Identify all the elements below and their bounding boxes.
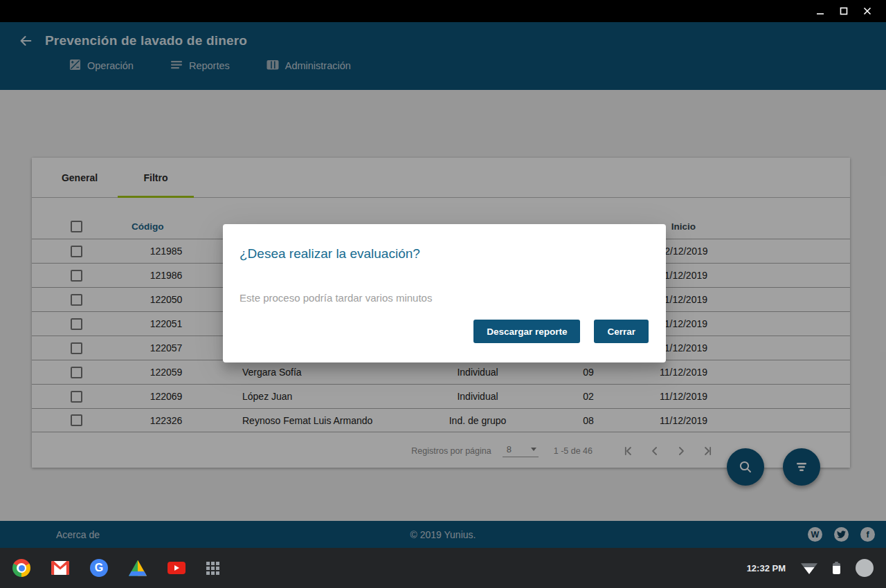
close-dialog-button[interactable]: Cerrar — [594, 320, 649, 343]
dialog-title: ¿Desea realizar la evaluación? — [239, 246, 649, 261]
shelf-apps — [0, 559, 219, 577]
shelf-status-area[interactable]: 12:32 PM — [747, 559, 886, 577]
evaluation-dialog: ¿Desea realizar la evaluación? Este proc… — [223, 224, 666, 362]
window-titlebar — [0, 0, 886, 22]
os-shelf: 12:32 PM — [0, 548, 886, 588]
chrome-icon[interactable] — [12, 559, 30, 577]
avatar[interactable] — [856, 559, 874, 577]
battery-icon — [833, 563, 840, 574]
clock: 12:32 PM — [747, 563, 786, 573]
google-icon[interactable] — [90, 559, 108, 577]
download-report-button[interactable]: Descargar reporte — [473, 320, 580, 343]
dialog-message: Este proceso podría tardar varios minuto… — [239, 292, 649, 304]
apps-grid-icon[interactable] — [206, 562, 219, 575]
gmail-icon[interactable] — [51, 561, 69, 575]
maximize-icon[interactable] — [832, 1, 856, 21]
youtube-icon[interactable] — [168, 562, 186, 574]
minimize-icon[interactable] — [808, 1, 832, 21]
dialog-actions: Descargar reporte Cerrar — [473, 320, 649, 343]
close-icon[interactable] — [856, 1, 879, 21]
wifi-icon — [801, 562, 817, 574]
drive-icon[interactable] — [129, 560, 147, 576]
